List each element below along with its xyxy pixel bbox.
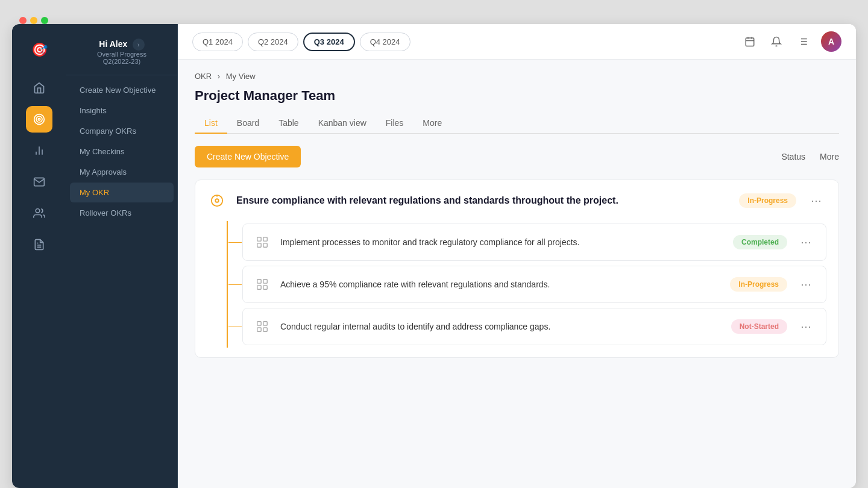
kr-icon-1 — [253, 233, 272, 252]
icon-sidebar: 🎯 — [12, 24, 66, 488]
calendar-icon[interactable] — [741, 33, 758, 50]
app-logo: 🎯 — [31, 42, 48, 58]
tab-more[interactable]: More — [413, 113, 451, 134]
kr-icon-3 — [253, 317, 272, 336]
left-sidebar: Hi Alex › Overall Progress Q2(2022-23) C… — [66, 24, 178, 488]
kr-icon-2 — [253, 275, 272, 294]
close-traffic-light[interactable] — [19, 17, 27, 24]
kr-status-badge-2: In-Progress — [730, 277, 787, 292]
avatar[interactable]: A — [821, 31, 841, 52]
page-title: Project Manager Team — [195, 88, 839, 104]
kr-more-button-3[interactable]: ⋯ — [796, 318, 816, 336]
svg-point-19 — [212, 195, 222, 206]
objective-status-badge: In-Progress — [739, 193, 796, 208]
quarter-tabs: Q1 2024 Q2 2024 Q3 2024 Q4 2024 — [192, 33, 410, 51]
main-content: Q1 2024 Q2 2024 Q3 2024 Q4 2024 — [178, 24, 856, 488]
kr-more-button-2[interactable]: ⋯ — [796, 275, 816, 293]
bell-icon[interactable] — [768, 33, 785, 50]
expand-button[interactable]: › — [133, 39, 145, 51]
svg-rect-33 — [263, 328, 267, 331]
kr-text-1: Implement processes to monitor and track… — [280, 237, 725, 247]
svg-rect-25 — [263, 243, 267, 247]
sidebar-menu: Create New Objective Insights Company OK… — [66, 80, 177, 223]
top-bar: Q1 2024 Q2 2024 Q3 2024 Q4 2024 — [178, 24, 856, 60]
sidebar-item-approvals[interactable]: My Approvals — [70, 162, 174, 182]
sidebar-item-rollover[interactable]: Rollover OKRs — [70, 203, 174, 223]
svg-point-2 — [38, 118, 40, 120]
minimize-traffic-light[interactable] — [30, 17, 37, 24]
svg-rect-27 — [263, 280, 267, 283]
status-label: Status — [781, 152, 805, 161]
nav-icon-analytics[interactable] — [26, 137, 52, 164]
kr-status-badge-1: Completed — [733, 235, 787, 249]
tab-list[interactable]: List — [195, 113, 227, 134]
kr-text-2: Achieve a 95% compliance rate with relev… — [280, 280, 722, 289]
user-period: Q2(2022-23) — [76, 58, 168, 65]
breadcrumb-current: My View — [226, 72, 256, 81]
svg-rect-26 — [257, 280, 261, 283]
svg-rect-28 — [257, 286, 261, 289]
kr-text-3: Conduct regular internal audits to ident… — [280, 322, 723, 331]
avatar-initials: A — [821, 31, 841, 52]
quarter-tab-q2[interactable]: Q2 2024 — [248, 33, 298, 51]
objective-more-button[interactable]: ⋯ — [806, 192, 826, 210]
list-view-icon[interactable] — [794, 33, 811, 50]
kr-item-1: Implement processes to monitor and track… — [242, 224, 826, 261]
sidebar-item-insights[interactable]: Insights — [70, 101, 174, 120]
kr-item-2: Achieve a 95% compliance rate with relev… — [242, 266, 826, 303]
svg-rect-23 — [263, 237, 267, 241]
more-label[interactable]: More — [820, 152, 839, 161]
svg-rect-29 — [263, 286, 267, 289]
quarter-tab-q4[interactable]: Q4 2024 — [360, 33, 410, 51]
svg-point-20 — [215, 199, 219, 202]
nav-icon-messages[interactable] — [26, 169, 52, 195]
quarter-tab-q3[interactable]: Q3 2024 — [303, 33, 355, 51]
content-area: OKR › My View Project Manager Team List … — [178, 60, 856, 488]
tab-files[interactable]: Files — [376, 113, 414, 134]
create-objective-button[interactable]: Create New Objective — [195, 146, 301, 167]
toolbar-right: Status More — [781, 152, 839, 161]
traffic-lights — [19, 17, 48, 24]
nav-icon-okr[interactable] — [26, 106, 52, 133]
nav-icon-reports[interactable] — [26, 231, 52, 258]
sidebar-item-my-okr[interactable]: My OKR — [70, 183, 174, 202]
sidebar-item-create[interactable]: Create New Objective — [70, 80, 174, 100]
sidebar-item-company[interactable]: Company OKRs — [70, 121, 174, 141]
breadcrumb-parent[interactable]: OKR — [195, 72, 212, 81]
sidebar-item-checkins[interactable]: My Checkins — [70, 142, 174, 161]
svg-rect-31 — [263, 322, 267, 325]
objective-title: Ensure compliance with relevant regulati… — [236, 194, 729, 207]
user-info: Hi Alex › Overall Progress Q2(2022-23) — [66, 34, 177, 75]
objective-card: Ensure compliance with relevant regulati… — [195, 180, 839, 358]
svg-rect-9 — [746, 38, 754, 46]
svg-rect-32 — [257, 328, 261, 331]
quarter-tab-q1[interactable]: Q1 2024 — [192, 33, 243, 51]
kr-status-badge-3: Not-Started — [731, 319, 787, 334]
tab-table[interactable]: Table — [269, 113, 308, 134]
svg-rect-30 — [257, 322, 261, 325]
breadcrumb: OKR › My View — [195, 72, 839, 81]
key-results-list: Implement processes to monitor and track… — [227, 221, 826, 348]
maximize-traffic-light[interactable] — [41, 17, 48, 24]
user-progress-label: Overall Progress — [76, 51, 168, 58]
objective-header: Ensure compliance with relevant regulati… — [195, 180, 838, 221]
objective-icon — [207, 191, 227, 210]
nav-icon-home[interactable] — [26, 75, 52, 101]
tab-board[interactable]: Board — [227, 113, 269, 134]
user-greeting: Hi Alex — [99, 39, 127, 49]
top-bar-actions: A — [741, 31, 841, 52]
nav-icon-team[interactable] — [26, 200, 52, 227]
svg-rect-22 — [257, 237, 261, 241]
view-tabs: List Board Table Kanban view Files More — [195, 113, 839, 134]
toolbar-row: Create New Objective Status More — [195, 146, 839, 167]
svg-point-6 — [36, 209, 40, 213]
tab-kanban[interactable]: Kanban view — [309, 113, 376, 134]
svg-point-1 — [36, 116, 42, 122]
kr-more-button-1[interactable]: ⋯ — [796, 233, 816, 251]
kr-item-3: Conduct regular internal audits to ident… — [242, 308, 826, 345]
breadcrumb-separator: › — [218, 72, 222, 81]
svg-rect-24 — [257, 243, 261, 247]
